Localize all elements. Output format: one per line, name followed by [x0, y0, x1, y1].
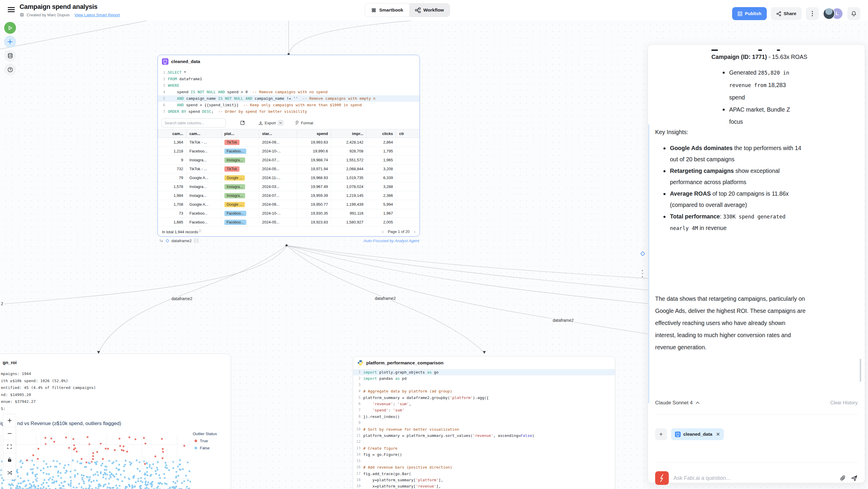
tab-workflow[interactable]: Workflow	[409, 4, 450, 17]
smart-report-link[interactable]: View Latest Smart Report	[74, 13, 120, 17]
code-line[interactable]: 7ORDER BY spend DESC; -- Order by spend …	[158, 108, 420, 115]
code-line[interactable]: 10# Sort by revenue for better visualiza…	[353, 426, 615, 432]
panel-scrollbar[interactable]	[860, 359, 861, 382]
column-header[interactable]: plat...	[221, 129, 259, 137]
expand-table-icon[interactable]	[240, 120, 245, 125]
table-row[interactable]: 73Faceboo...Faceboo...2024-10-...19,930.…	[158, 209, 420, 218]
column-header[interactable]: impr...	[331, 129, 367, 137]
table-row[interactable]: 9Instagra...Instagra...2024-07...19,988.…	[158, 156, 420, 164]
export-chevron-icon[interactable]	[278, 120, 284, 126]
table-row[interactable]: 1,708Google A...Google ...2024-09...19,9…	[158, 200, 420, 209]
code-line[interactable]: 15	[353, 458, 615, 464]
code-line[interactable]: 6 'revenue': 'sum',	[353, 401, 615, 407]
node-campaign-roi[interactable]: gn_roi mpaigns: 1944 ith ≥$10k spend: 10…	[0, 354, 231, 489]
code-line[interactable]: 19 x=platform_summary['revenue'],	[353, 483, 615, 489]
shuffle-button[interactable]	[3, 466, 16, 479]
legend-item-true[interactable]: True	[193, 439, 217, 443]
anchor-diamond-icon[interactable]	[640, 251, 645, 256]
code-line[interactable]: 3WHERE	[158, 82, 420, 89]
prev-page-icon[interactable]: ‹	[382, 229, 384, 235]
plotly-modebar[interactable]	[3, 414, 16, 480]
attachment-icon[interactable]	[840, 475, 846, 481]
export-button[interactable]: Export	[258, 120, 284, 126]
table-row[interactable]: 1,685Faceboo...Faceboo...2024-05...19,92…	[158, 218, 420, 227]
zoom-in-button[interactable]	[3, 414, 16, 427]
sql-database-icon: SQL	[162, 58, 168, 65]
code-line[interactable]: 6 AND spend > {{spend_limit}} -- Keep on…	[158, 102, 420, 108]
scatter-point-true	[123, 446, 124, 447]
result-table[interactable]: cam...cam...plat...star...spendimpr...cl…	[158, 129, 420, 227]
column-header[interactable]: cam...	[158, 129, 186, 137]
add-context-button[interactable]: +	[655, 428, 667, 440]
more-menu-button[interactable]	[806, 7, 819, 20]
share-button[interactable]: Share	[771, 7, 802, 20]
table-row[interactable]: 1,984Instagra...Instagra...2024-07...19,…	[158, 191, 420, 200]
avatar[interactable]	[823, 8, 835, 20]
table-row[interactable]: 1,578Instagra...Instagra...2024-03...19,…	[158, 182, 420, 191]
drag-handle-icon[interactable]: ⋮⋮	[194, 238, 199, 243]
column-header[interactable]: star...	[259, 129, 297, 137]
notifications-button[interactable]	[847, 7, 860, 20]
table-row[interactable]: 79Google A...Google ...2024-11-...19,968…	[158, 174, 420, 182]
help-button[interactable]	[4, 64, 16, 75]
code-line[interactable]: 1import plotly.graph_objects as go	[353, 369, 615, 375]
add-node-button[interactable]	[4, 36, 16, 48]
python-code-editor[interactable]: 1import plotly.graph_objects as go2impor…	[353, 369, 615, 489]
lock-axes-button[interactable]	[3, 453, 16, 466]
table-row[interactable]: 1,218Faceboo...Faceboo...2024-10-...19,9…	[158, 147, 420, 156]
sql-code-editor[interactable]: 1⌄SELECT *2FROM dataframe13WHERE4 spend …	[158, 68, 420, 117]
next-page-icon[interactable]: ›	[414, 229, 415, 235]
search-input[interactable]	[161, 118, 226, 128]
code-line[interactable]: 16# Add revenue bars (positive direction…	[353, 464, 615, 470]
autoscale-button[interactable]	[3, 440, 16, 453]
output-dataframe-tag[interactable]: dataframe2	[172, 239, 191, 243]
table-row[interactable]: 732TikTok - ...TikTok2024-05...19,971.94…	[158, 164, 420, 174]
node-platform-performance-comparison[interactable]: platform_performance_comparison 1import …	[353, 356, 615, 489]
info-icon[interactable]: ⓘ	[198, 229, 201, 232]
code-line[interactable]: 7 'spend': 'sum'	[353, 407, 615, 413]
code-line[interactable]: 9	[353, 420, 615, 426]
publish-button[interactable]: Publish	[732, 7, 767, 20]
send-icon[interactable]	[851, 475, 858, 482]
tab-smartbook[interactable]: Smartbook	[365, 4, 409, 17]
ask-question-input[interactable]	[674, 475, 835, 481]
code-line[interactable]: 8}).reset_index()	[353, 414, 615, 420]
legend-item-false[interactable]: False	[193, 446, 217, 450]
format-button[interactable]: Format	[295, 121, 313, 125]
code-line[interactable]: 5⌄platform_summary = dataframe2.groupby(…	[353, 395, 615, 401]
column-header[interactable]: clicks	[366, 129, 396, 137]
code-line[interactable]: 12	[353, 439, 615, 445]
code-line[interactable]: 14fig = go.Figure()	[353, 451, 615, 458]
scatter-plot[interactable]	[0, 434, 191, 489]
table-row[interactable]: 1,364TikTok - ...TikTok2024-09...19,993.…	[158, 138, 420, 147]
code-line[interactable]: 5 AND campaign_name IS NOT NULL AND camp…	[158, 95, 420, 102]
code-line[interactable]: 13# Create figure	[353, 445, 615, 451]
node-port[interactable]	[285, 244, 287, 246]
chart-legend[interactable]: Outlier Status TrueFalse	[193, 432, 217, 450]
node-header[interactable]: SQL cleaned_data	[158, 55, 420, 68]
zoom-out-button[interactable]	[3, 427, 16, 440]
node-cleaned-data[interactable]: SQL cleaned_data 1⌄SELECT *2FROM datafra…	[157, 55, 420, 237]
code-line[interactable]: 17fig.add_trace(go.Bar(	[353, 471, 615, 477]
code-line[interactable]: 3	[353, 382, 615, 388]
code-line[interactable]: 2import pandas as pd	[353, 375, 615, 381]
view-toggle[interactable]: Smartbook Workflow	[365, 3, 450, 17]
remove-context-icon[interactable]: ✕	[716, 431, 720, 437]
code-line[interactable]: 11platform_summary = platform_summary.so…	[353, 432, 615, 439]
code-line[interactable]: 1⌄SELECT *	[158, 69, 420, 76]
context-chip-cleaned-data[interactable]: SQL cleaned_data ✕	[671, 428, 724, 440]
clear-history-button[interactable]: Clear History	[830, 400, 858, 405]
model-selector[interactable]: Claude Sonnet 4	[655, 400, 700, 406]
column-header[interactable]: cam...	[186, 129, 221, 137]
column-header[interactable]: spend	[297, 129, 331, 137]
data-sources-button[interactable]	[4, 50, 16, 62]
menu-icon[interactable]	[8, 7, 15, 12]
code-line[interactable]: 2FROM dataframe1	[158, 76, 420, 82]
code-line[interactable]: 18 y=platform_summary['platform'],	[353, 477, 615, 483]
column-header[interactable]: ctr	[396, 129, 420, 137]
node-header[interactable]: platform_performance_comparison	[353, 357, 615, 369]
panel-drag-handle[interactable]	[642, 270, 643, 277]
run-workflow-button[interactable]	[4, 22, 16, 34]
code-line[interactable]: 4# Aggregate data by platform (ad group)	[353, 388, 615, 394]
code-line[interactable]: 4 spend IS NOT NULL AND spend > 0 -- Rem…	[158, 89, 420, 95]
